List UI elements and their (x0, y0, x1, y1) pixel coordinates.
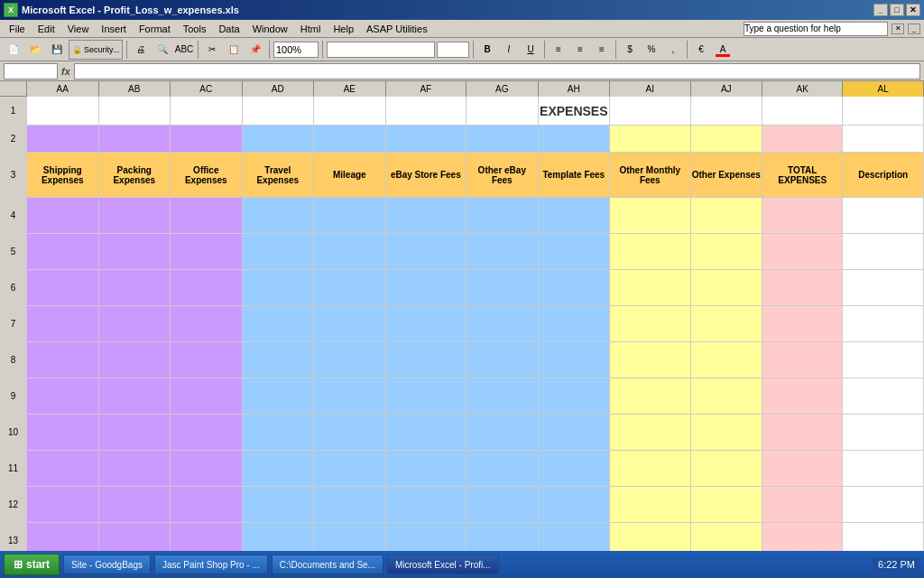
new-button[interactable]: 📄 (4, 40, 23, 60)
cell-AA10[interactable] (27, 415, 99, 450)
cell-AD11[interactable] (243, 451, 315, 486)
euro-button[interactable]: € (691, 40, 711, 60)
cell-AK1[interactable] (762, 97, 843, 125)
cell-AI6[interactable] (610, 270, 690, 305)
cell-AF2[interactable] (386, 126, 467, 152)
cell-AD4[interactable] (243, 198, 315, 233)
cell-AD5[interactable] (243, 234, 315, 269)
cell-AK9[interactable] (762, 378, 843, 414)
align-left-button[interactable]: ≡ (549, 40, 568, 60)
col-header-AK[interactable]: AK (762, 81, 843, 97)
menu-asap[interactable]: ASAP Utilities (361, 23, 433, 35)
align-center-button[interactable]: ≡ (570, 40, 590, 60)
cell-AL4[interactable] (843, 198, 923, 233)
cell-AG2[interactable] (467, 126, 539, 152)
cell-AC2[interactable] (171, 126, 243, 152)
cell-AA1[interactable] (27, 97, 99, 125)
bold-button[interactable]: B (477, 40, 497, 60)
cell-AA12[interactable] (27, 487, 99, 522)
menu-insert[interactable]: Insert (96, 23, 132, 35)
cell-AC4[interactable] (171, 198, 243, 233)
minimize-button[interactable]: _ (873, 4, 888, 16)
align-right-button[interactable]: ≡ (592, 40, 612, 60)
cell-AJ2[interactable] (691, 126, 763, 152)
cell-AI7[interactable] (610, 306, 690, 341)
cell-AJ10[interactable] (691, 415, 763, 450)
cell-AG12[interactable] (467, 487, 539, 522)
cell-AD9[interactable] (243, 378, 315, 414)
cell-AG3-header[interactable]: Other eBay Fees (467, 153, 539, 197)
cell-AG11[interactable] (467, 451, 539, 486)
cell-AG4[interactable] (467, 198, 539, 233)
cell-AF10[interactable] (386, 415, 467, 450)
cell-AK11[interactable] (762, 451, 843, 486)
cell-AG5[interactable] (467, 234, 539, 269)
cell-AF7[interactable] (386, 306, 467, 341)
col-header-AE[interactable]: AE (314, 81, 386, 97)
cell-AD1[interactable] (243, 97, 315, 125)
taskbar-item-goody[interactable]: Site - GoodgBags (63, 555, 151, 574)
help-min-button[interactable]: _ (908, 23, 920, 34)
col-header-AJ[interactable]: AJ (691, 81, 763, 97)
cell-AA11[interactable] (27, 451, 99, 486)
cell-AB1[interactable] (99, 97, 171, 125)
cell-AJ11[interactable] (691, 451, 763, 486)
cell-AI1[interactable] (610, 97, 690, 125)
cell-AL10[interactable] (843, 415, 923, 450)
cell-AA9[interactable] (27, 378, 99, 414)
cell-AH9[interactable] (539, 378, 611, 414)
cell-AA7[interactable] (27, 306, 99, 341)
cell-AI9[interactable] (610, 378, 690, 414)
formula-input[interactable] (74, 63, 920, 79)
cell-AJ9[interactable] (691, 378, 763, 414)
cell-AK3-header[interactable]: TOTAL EXPENSES (762, 153, 843, 197)
menu-data[interactable]: Data (213, 23, 245, 35)
cell-AE11[interactable] (314, 451, 386, 486)
taskbar-item-excel[interactable]: Microsoft Excel - Profi... (387, 555, 499, 574)
cell-AH6[interactable] (539, 270, 611, 305)
cell-AJ6[interactable] (691, 270, 763, 305)
permission-button[interactable]: 🔒 Security... (69, 40, 123, 60)
cell-AG8[interactable] (467, 342, 539, 378)
cell-AK12[interactable] (762, 487, 843, 522)
help-close-button[interactable]: ✕ (892, 23, 904, 34)
menu-html[interactable]: Html (295, 23, 327, 35)
cell-AF9[interactable] (386, 378, 467, 414)
cell-AB6[interactable] (99, 270, 171, 305)
cell-AF8[interactable] (386, 342, 467, 378)
col-header-AB[interactable]: AB (99, 81, 171, 97)
cell-AG1[interactable] (467, 97, 539, 125)
cell-AK6[interactable] (762, 270, 843, 305)
cell-AB9[interactable] (99, 378, 171, 414)
cell-AF3-header[interactable]: eBay Store Fees (386, 153, 467, 197)
cell-AC8[interactable] (171, 342, 243, 378)
copy-button[interactable]: 📋 (224, 40, 244, 60)
save-button[interactable]: 💾 (47, 40, 67, 60)
underline-button[interactable]: U (521, 40, 541, 60)
col-header-AC[interactable]: AC (171, 81, 243, 97)
cell-AA2[interactable] (27, 126, 99, 152)
cell-AB7[interactable] (99, 306, 171, 341)
cell-AJ3-header[interactable]: Other Expenses (691, 153, 763, 197)
cell-AG7[interactable] (467, 306, 539, 341)
start-button[interactable]: ⊞ start (4, 554, 60, 575)
close-button[interactable]: ✕ (906, 4, 920, 16)
cell-AH11[interactable] (539, 451, 611, 486)
cell-AG6[interactable] (467, 270, 539, 305)
cell-AJ5[interactable] (691, 234, 763, 269)
cell-AA5[interactable] (27, 234, 99, 269)
print-button[interactable]: 🖨 (131, 40, 151, 60)
cell-AI3-header[interactable]: Other Monthly Fees (610, 153, 690, 197)
cell-AH4[interactable] (539, 198, 611, 233)
col-header-AL[interactable]: AL (843, 81, 923, 97)
cell-AE4[interactable] (314, 198, 386, 233)
cell-AK8[interactable] (762, 342, 843, 378)
cell-AK10[interactable] (762, 415, 843, 450)
spell-check-button[interactable]: ABC (174, 40, 194, 60)
cell-AC5[interactable] (171, 234, 243, 269)
col-header-AF[interactable]: AF (386, 81, 467, 97)
cell-AB2[interactable] (99, 126, 171, 152)
cell-AK5[interactable] (762, 234, 843, 269)
cell-AE6[interactable] (314, 270, 386, 305)
menu-view[interactable]: View (62, 23, 95, 35)
